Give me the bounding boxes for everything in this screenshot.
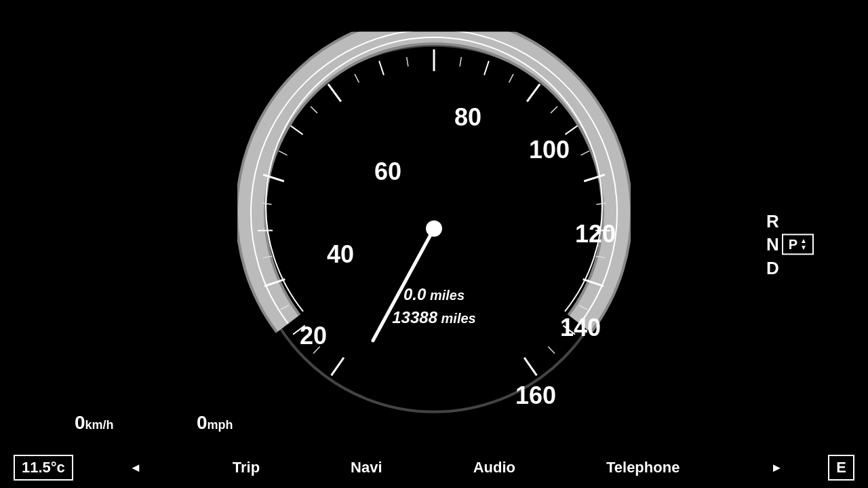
gear-indicator: R N P ▲ ▼ D bbox=[766, 212, 814, 276]
gear-N: N bbox=[766, 236, 779, 253]
nav-menu: ◄ Trip Navi Audio Telephone ► bbox=[84, 459, 828, 476]
svg-text:120: 120 bbox=[575, 219, 616, 247]
svg-line-12 bbox=[291, 126, 303, 134]
speed-mph-unit: mph bbox=[208, 418, 233, 432]
svg-line-9 bbox=[524, 357, 536, 375]
gear-D: D bbox=[766, 259, 779, 276]
speed-mph-value: 0 bbox=[197, 412, 208, 433]
svg-text:160: 160 bbox=[515, 381, 556, 409]
svg-text:100: 100 bbox=[529, 135, 570, 163]
nav-item-navi[interactable]: Navi bbox=[351, 459, 382, 476]
svg-point-42 bbox=[426, 220, 442, 236]
svg-line-14 bbox=[484, 60, 489, 75]
svg-text:40: 40 bbox=[327, 240, 354, 267]
svg-line-13 bbox=[379, 60, 384, 75]
center-info: 0.0 miles 13388 miles bbox=[392, 283, 475, 329]
svg-text:20: 20 bbox=[300, 321, 327, 349]
temperature-display: 11.5°c bbox=[14, 455, 73, 481]
nav-item-trip[interactable]: Trip bbox=[233, 459, 260, 476]
svg-text:60: 60 bbox=[374, 157, 401, 185]
nav-item-audio[interactable]: Audio bbox=[473, 459, 515, 476]
svg-line-33 bbox=[548, 346, 555, 353]
speed-kmh-unit: km/h bbox=[85, 418, 114, 432]
svg-line-29 bbox=[580, 151, 589, 155]
e-button[interactable]: E bbox=[828, 455, 854, 481]
speed-kmh-display: 0km/h bbox=[75, 412, 114, 434]
gear-P-box: P ▲ ▼ bbox=[782, 233, 814, 255]
svg-line-1 bbox=[332, 357, 344, 375]
svg-line-28 bbox=[551, 106, 557, 113]
svg-line-25 bbox=[407, 56, 408, 66]
svg-line-26 bbox=[460, 56, 461, 66]
trip-current-value: 0.0 bbox=[403, 285, 426, 303]
svg-line-15 bbox=[565, 126, 577, 134]
svg-line-6 bbox=[527, 83, 540, 101]
gear-arrows-icon: ▲ ▼ bbox=[800, 238, 807, 251]
trip-total-unit: miles bbox=[437, 311, 476, 326]
gear-R: R bbox=[766, 212, 779, 229]
svg-line-27 bbox=[509, 74, 513, 82]
nav-arrow-right[interactable]: ► bbox=[770, 461, 783, 475]
svg-line-4 bbox=[328, 83, 341, 101]
nav-arrow-left[interactable]: ◄ bbox=[130, 461, 142, 475]
e-button-label: E bbox=[836, 459, 846, 476]
svg-text:140: 140 bbox=[560, 313, 601, 341]
gear-N-P-row: N P ▲ ▼ bbox=[766, 233, 814, 255]
speed-mph-display: 0mph bbox=[197, 412, 233, 434]
nav-item-telephone[interactable]: Telephone bbox=[606, 459, 679, 476]
speed-kmh-value: 0 bbox=[75, 412, 85, 433]
trip-info: 0.0 miles 13388 miles bbox=[392, 283, 475, 329]
gear-P-label: P bbox=[789, 236, 797, 252]
svg-text:80: 80 bbox=[454, 102, 481, 130]
svg-line-22 bbox=[279, 151, 288, 155]
trip-total-value: 13388 bbox=[392, 308, 437, 326]
svg-line-23 bbox=[311, 106, 317, 113]
temperature-value: 11.5°c bbox=[22, 459, 65, 476]
trip-current-unit: miles bbox=[426, 288, 465, 303]
speedometer: 20 40 60 80 100 120 140 160 bbox=[237, 31, 631, 425]
bottom-bar: 11.5°c ◄ Trip Navi Audio Telephone ► E bbox=[0, 447, 868, 488]
svg-line-24 bbox=[355, 74, 359, 82]
dashboard: 20 40 60 80 100 120 140 160 0km/h 0mph bbox=[0, 0, 868, 488]
